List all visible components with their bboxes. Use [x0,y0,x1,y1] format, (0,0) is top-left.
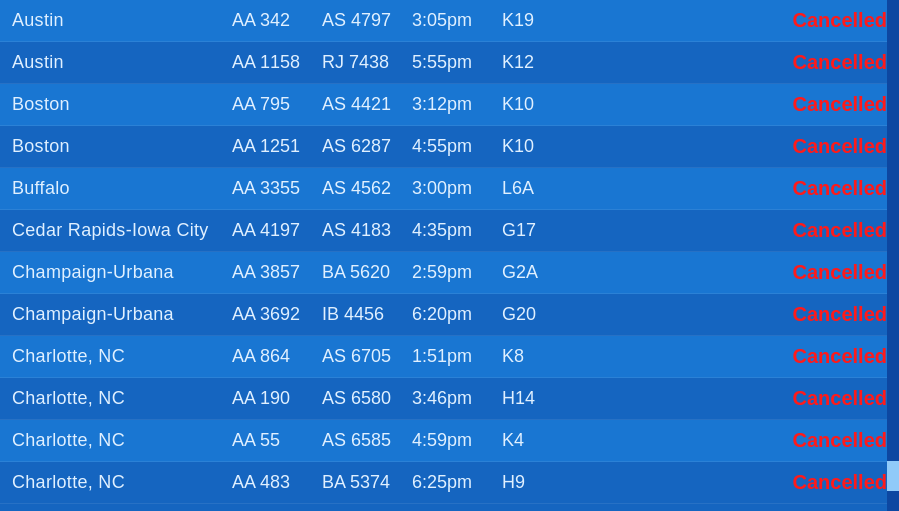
time-cell: 3:00pm [412,178,502,199]
table-row: Champaign-Urbana AA 3692 IB 4456 6:20pm … [0,294,899,336]
gate-cell: K19 [502,10,562,31]
status-badge: Cancelled [562,471,887,494]
gate-cell: K4 [502,430,562,451]
flight1-cell: AA 1158 [232,52,322,73]
flight2-cell: AS 6580 [322,388,412,409]
flight1-cell: AA 55 [232,430,322,451]
time-cell: 4:59pm [412,430,502,451]
table-row: Charlotte, NC AA 483 BA 5374 6:25pm H9 C… [0,462,899,504]
gate-cell: K8 [502,346,562,367]
time-cell: 3:46pm [412,388,502,409]
status-badge: Cancelled [562,135,887,158]
flight2-cell: AS 6705 [322,346,412,367]
flight1-cell: AA 190 [232,388,322,409]
flight1-cell: AA 864 [232,346,322,367]
status-badge: Cancelled [562,219,887,242]
table-row: Champaign-Urbana AA 3857 BA 5620 2:59pm … [0,252,899,294]
destination-cell: Champaign-Urbana [12,262,232,283]
flight2-cell: AS 4421 [322,94,412,115]
flight1-cell: AA 3692 [232,304,322,325]
flight2-cell: AS 4562 [322,178,412,199]
status-badge: Cancelled [562,177,887,200]
table-row: Charlotte, NC AA 864 AS 6705 1:51pm K8 C… [0,336,899,378]
flight1-cell: AA 3857 [232,262,322,283]
flight2-cell: BA 5620 [322,262,412,283]
time-cell: 4:35pm [412,220,502,241]
status-badge: Cancelled [562,303,887,326]
destination-cell: Cedar Rapids-Iowa City [12,220,232,241]
time-cell: 5:55pm [412,52,502,73]
destination-cell: Champaign-Urbana [12,304,232,325]
destination-cell: Austin [12,10,232,31]
gate-cell: L6A [502,178,562,199]
table-row: Cedar Rapids-Iowa City AA 4197 AS 4183 4… [0,210,899,252]
time-cell: 3:05pm [412,10,502,31]
time-cell: 1:51pm [412,346,502,367]
gate-cell: H14 [502,388,562,409]
table-row: Charlotte, NC AA 55 AS 6585 4:59pm K4 Ca… [0,420,899,462]
status-badge: Cancelled [562,429,887,452]
time-cell: 6:25pm [412,472,502,493]
time-cell: 2:59pm [412,262,502,283]
gate-cell: K10 [502,94,562,115]
flight1-cell: AA 4197 [232,220,322,241]
gate-cell: G2A [502,262,562,283]
table-row: Boston AA 1251 AS 6287 4:55pm K10 Cancel… [0,126,899,168]
status-badge: Cancelled [562,261,887,284]
scrollbar-track[interactable] [887,0,899,511]
flight1-cell: AA 3355 [232,178,322,199]
flight1-cell: AA 1251 [232,136,322,157]
table-row: Austin AA 342 AS 4797 3:05pm K19 Cancell… [0,0,899,42]
gate-cell: H9 [502,472,562,493]
status-badge: Cancelled [562,345,887,368]
scrollbar-thumb[interactable] [887,461,899,491]
destination-cell: Boston [12,136,232,157]
flight1-cell: AA 795 [232,94,322,115]
destination-cell: Charlotte, NC [12,472,232,493]
destination-cell: Charlotte, NC [12,430,232,451]
time-cell: 6:20pm [412,304,502,325]
gate-cell: G20 [502,304,562,325]
flight2-cell: BA 5374 [322,472,412,493]
gate-cell: K12 [502,52,562,73]
destination-cell: Austin [12,52,232,73]
gate-cell: K10 [502,136,562,157]
destination-cell: Buffalo [12,178,232,199]
flight2-cell: AS 6585 [322,430,412,451]
destination-cell: Charlotte, NC [12,346,232,367]
departures-board: Austin AA 342 AS 4797 3:05pm K19 Cancell… [0,0,899,511]
flight2-cell: AS 4183 [322,220,412,241]
table-row: Boston AA 795 AS 4421 3:12pm K10 Cancell… [0,84,899,126]
time-cell: 4:55pm [412,136,502,157]
flight1-cell: AA 483 [232,472,322,493]
destination-cell: Charlotte, NC [12,388,232,409]
time-cell: 3:12pm [412,94,502,115]
table-row: Austin AA 1158 RJ 7438 5:55pm K12 Cancel… [0,42,899,84]
table-row: Buffalo AA 3355 AS 4562 3:00pm L6A Cance… [0,168,899,210]
flight2-cell: AS 6287 [322,136,412,157]
status-badge: Cancelled [562,387,887,410]
gate-cell: G17 [502,220,562,241]
status-badge: Cancelled [562,51,887,74]
flight2-cell: RJ 7438 [322,52,412,73]
status-badge: Cancelled [562,93,887,116]
destination-cell: Boston [12,94,232,115]
flight2-cell: AS 4797 [322,10,412,31]
status-badge: Cancelled [562,9,887,32]
flight2-cell: IB 4456 [322,304,412,325]
table-row: Charlotte, NC AA 190 AS 6580 3:46pm H14 … [0,378,899,420]
flight1-cell: AA 342 [232,10,322,31]
